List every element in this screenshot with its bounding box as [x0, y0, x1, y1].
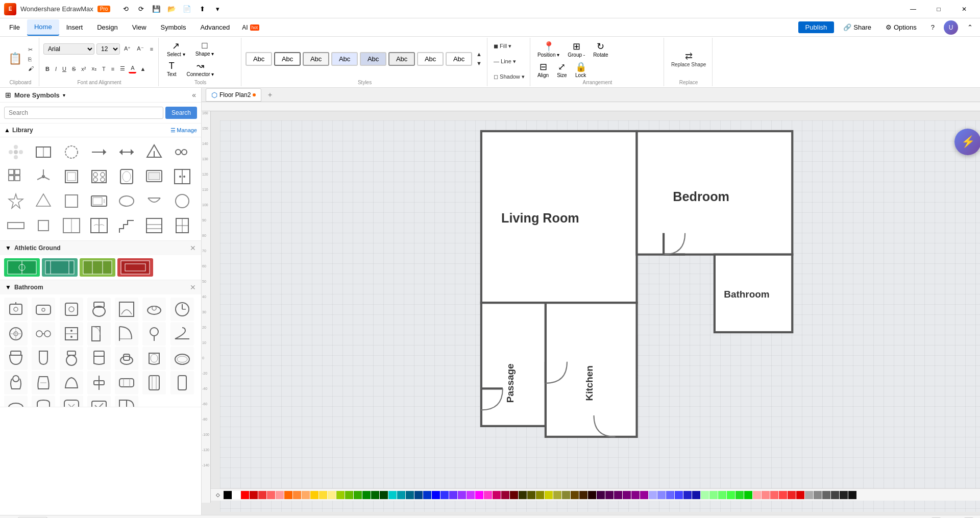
color-swatch[interactable] [519, 491, 527, 499]
canvas-drawing-area[interactable]: Living Room Bedroom Bathroom Passage Kit… [220, 120, 980, 512]
style-6[interactable]: Abc [388, 52, 415, 66]
color-swatch[interactable] [510, 491, 518, 499]
athletic-item-4[interactable] [117, 258, 153, 277]
symbol-triangle[interactable] [32, 189, 55, 213]
color-swatch[interactable] [458, 491, 466, 499]
color-swatch[interactable] [701, 491, 709, 499]
rotate-btn[interactable]: ↻ Rotate [590, 39, 611, 59]
color-swatch[interactable] [284, 491, 292, 499]
symbol-rect-split[interactable] [60, 214, 83, 237]
symbol-rect[interactable] [60, 189, 83, 213]
close-button[interactable]: ✕ [952, 1, 976, 17]
collapse-button[interactable]: « [192, 91, 196, 99]
text-tool-btn[interactable]: T Text [163, 59, 180, 79]
color-swatch[interactable] [744, 491, 752, 499]
symbol-cabinet[interactable] [170, 165, 194, 188]
color-swatch[interactable] [718, 491, 726, 499]
symbol-tv[interactable] [142, 165, 166, 188]
underline-button[interactable]: U [60, 65, 68, 73]
ai-assist-button[interactable]: ⚡ [954, 129, 980, 155]
color-swatch[interactable] [276, 491, 284, 499]
color-swatch[interactable] [354, 491, 362, 499]
color-swatch[interactable] [310, 491, 318, 499]
menu-home[interactable]: Home [27, 19, 59, 36]
color-swatch[interactable] [779, 491, 787, 499]
bold-button[interactable]: B [43, 65, 52, 73]
color-swatch[interactable] [423, 491, 431, 499]
symbol-fan[interactable] [32, 165, 55, 188]
color-swatch[interactable] [293, 491, 301, 499]
color-swatch[interactable] [336, 491, 345, 499]
line-button[interactable]: — Line ▾ [492, 57, 518, 66]
options-button[interactable]: ⚙ Options [880, 21, 922, 33]
symbol-window1[interactable] [32, 140, 55, 164]
athletic-item-3[interactable] [80, 258, 115, 277]
style-8[interactable]: Abc [446, 52, 472, 66]
color-swatch[interactable] [319, 491, 327, 499]
color-swatch[interactable] [736, 491, 744, 499]
color-swatch[interactable] [666, 491, 674, 499]
color-swatch[interactable] [302, 491, 310, 499]
color-swatch[interactable] [649, 491, 657, 499]
highlight-button[interactable]: ▲ [138, 65, 148, 73]
color-swatch[interactable] [501, 491, 509, 499]
bath-misc2[interactable] [32, 371, 55, 394]
cut-button[interactable]: ✂ [26, 45, 36, 54]
maximize-button[interactable]: □ [927, 1, 950, 17]
symbol-grid[interactable] [4, 165, 28, 188]
color-swatch[interactable] [692, 491, 700, 499]
athletic-close-button[interactable]: ✕ [190, 244, 196, 252]
color-swatch[interactable] [588, 491, 596, 499]
list-button[interactable]: ☰ [118, 64, 127, 73]
text-dir-button[interactable]: T [100, 65, 108, 73]
color-swatch[interactable] [597, 491, 605, 499]
color-swatch[interactable] [527, 491, 535, 499]
color-swatch[interactable] [831, 491, 839, 499]
color-swatch[interactable] [345, 491, 353, 499]
bath-misc10[interactable] [60, 396, 83, 407]
minimize-button[interactable]: — [901, 1, 925, 17]
more-button[interactable]: ▾ [210, 2, 225, 16]
color-swatch[interactable] [258, 491, 266, 499]
symbol-chain[interactable] [170, 140, 194, 164]
athletic-item-2[interactable] [42, 258, 78, 277]
symbol-mirror[interactable] [115, 165, 138, 188]
bath-misc5[interactable] [115, 371, 138, 394]
redo-button[interactable]: ⟳ [134, 2, 148, 16]
bath-misc6[interactable] [142, 371, 166, 394]
publish-button[interactable]: Publish [798, 21, 835, 33]
symbol-bookshelf[interactable] [142, 214, 166, 237]
group-btn[interactable]: ⊞ Group - [565, 39, 588, 59]
color-swatch[interactable] [631, 491, 640, 499]
bath-hanger[interactable] [170, 322, 194, 346]
color-swatch[interactable] [579, 491, 587, 499]
color-swatch[interactable] [241, 491, 249, 499]
bullets-button[interactable]: ≡ [109, 65, 116, 73]
menu-symbols[interactable]: Symbols [154, 19, 193, 36]
shape-tool-btn[interactable]: □ Shape ▾ [191, 39, 218, 58]
style-1[interactable]: Abc [246, 52, 272, 66]
bathroom-close-button[interactable]: ✕ [190, 283, 196, 291]
symbol-rect-sm[interactable] [32, 214, 55, 237]
color-swatch[interactable] [362, 491, 371, 499]
bath-urinal[interactable] [32, 347, 55, 370]
bathroom-header[interactable]: ▼ Bathroom ✕ [0, 280, 201, 294]
export-button[interactable]: ⬆ [195, 2, 209, 16]
color-swatch[interactable] [449, 491, 457, 499]
color-swatch[interactable] [805, 491, 813, 499]
manage-button[interactable]: ☰ Manage [170, 127, 197, 134]
color-swatch[interactable] [770, 491, 778, 499]
color-swatch[interactable] [388, 491, 397, 499]
style-7[interactable]: Abc [417, 52, 444, 66]
expand-button[interactable]: ⌃ [962, 21, 978, 33]
open-button[interactable]: 📂 [164, 2, 179, 16]
symbol-window2[interactable] [170, 214, 194, 237]
font-size-select[interactable]: 1210141618 [96, 43, 120, 55]
search-button[interactable]: Search [165, 107, 197, 119]
tab-floor-plan2[interactable]: ⬡ Floor Plan2 [206, 88, 261, 102]
symbol-closet[interactable] [87, 214, 111, 237]
new-button[interactable]: 📄 [180, 2, 194, 16]
bath-toilet5[interactable] [142, 347, 166, 370]
color-swatch[interactable] [788, 491, 796, 499]
bath-bathtub1[interactable] [142, 298, 166, 321]
